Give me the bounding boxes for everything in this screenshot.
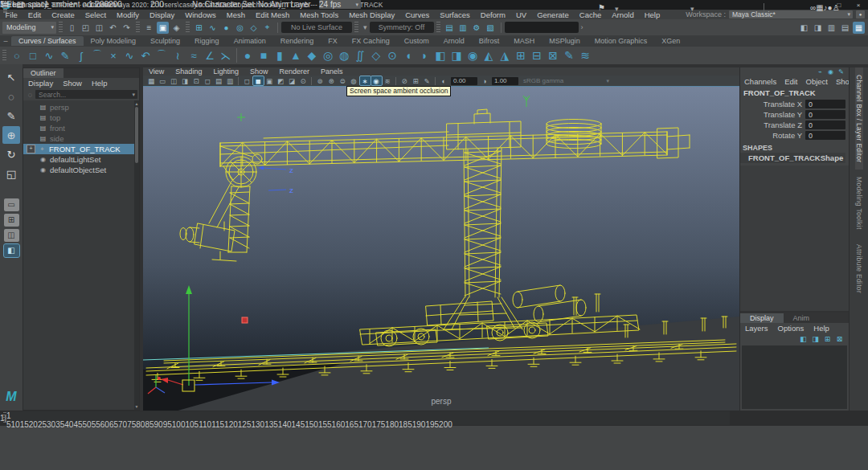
screen-space-ambient-occlusion-icon[interactable]: ◉	[371, 76, 382, 85]
stitch-icon[interactable]: ⊠	[546, 48, 561, 63]
menu-select[interactable]: Select	[80, 10, 111, 19]
trim-tool-icon[interactable]: ◮	[497, 48, 513, 63]
select-object-icon[interactable]: ▣	[157, 22, 169, 34]
move-tool-icon[interactable]: ⊕	[2, 126, 20, 144]
exposure-toggle-icon[interactable]: ◍	[349, 76, 359, 85]
sidebar-tab-attribute-editor[interactable]: Attribute Editor	[855, 237, 863, 300]
grip[interactable]	[186, 22, 190, 33]
channel-value-field[interactable]: 0	[805, 110, 845, 119]
paint-select-tool-icon[interactable]: ✎	[2, 107, 20, 125]
gate-mask-icon[interactable]: ▥	[225, 76, 235, 85]
menu-mesh-tools[interactable]: Mesh Tools	[295, 10, 344, 19]
surface-fillet-icon[interactable]: ⊟	[530, 48, 545, 63]
outliner-item-top[interactable]: ▤top	[23, 112, 139, 123]
panel-menu-lighting[interactable]: Lighting	[207, 67, 244, 76]
snap-curve-icon[interactable]: ∿	[207, 22, 219, 34]
redo-icon[interactable]: ↷	[121, 22, 133, 34]
outliner-item-front[interactable]: ▤front	[23, 123, 139, 133]
modeling-toolkit-toggle-icon[interactable]: ▤	[839, 22, 851, 34]
menu-mesh[interactable]: Mesh	[221, 10, 250, 19]
default-material-icon[interactable]: ⊙	[298, 76, 309, 85]
shelf-tab-fx-caching[interactable]: FX Caching	[345, 36, 397, 46]
shelf-collapse-icon[interactable]: –	[0, 37, 11, 45]
shelf-tab-bifrost[interactable]: Bifrost	[472, 36, 507, 46]
symmetry-field[interactable]: Symmetry: Off	[370, 22, 434, 33]
panel-menu-show[interactable]: Show	[244, 67, 274, 76]
shelf-tab-poly-modeling[interactable]: Poly Modeling	[84, 36, 144, 46]
menu-modify[interactable]: Modify	[112, 10, 145, 19]
shelf-tab-xgen[interactable]: XGen	[654, 36, 687, 46]
outliner-item-front-of-track[interactable]: +⌖FRONT_OF_TRACK	[23, 144, 139, 154]
revolve-icon[interactable]: ◍	[337, 48, 352, 63]
shadows-icon[interactable]: ◪	[287, 76, 297, 85]
sidebar-tab-modeling-toolkit[interactable]: Modeling Toolkit	[855, 170, 863, 237]
panel-menu-panels[interactable]: Panels	[315, 67, 349, 76]
nurbs-cube-icon[interactable]: ■	[256, 48, 272, 63]
outliner-filter-icon[interactable]: ◌	[25, 91, 35, 99]
lasso-tool-icon[interactable]: ◌	[2, 88, 20, 105]
channel-label[interactable]: Translate Z	[740, 121, 805, 129]
cut-curve-icon[interactable]: ∠	[203, 48, 218, 63]
symmetry-dropdown-arrow[interactable]: ▾	[363, 23, 367, 31]
outliner-item-persp[interactable]: ▤persp	[23, 102, 139, 112]
nurbs-plane-icon[interactable]: ◆	[305, 48, 320, 63]
outliner-menu-show[interactable]: Show	[58, 79, 87, 88]
exposure-icon-icon[interactable]: ◐	[439, 76, 449, 85]
channel-label[interactable]: Rotate Y	[740, 131, 805, 140]
isolate-select-icon[interactable]: ⊚	[315, 76, 326, 85]
grip[interactable]	[59, 22, 63, 33]
live-surface-field[interactable]: No Live Surface	[281, 22, 352, 33]
extrude-icon[interactable]: ⊙	[385, 48, 400, 63]
layer-menu-options[interactable]: Options	[773, 324, 809, 333]
speed-state-icon[interactable]: ◉	[826, 68, 835, 76]
channel-label[interactable]: Translate Y	[740, 110, 805, 119]
channel-value-field[interactable]: 0	[805, 131, 845, 140]
use-all-lights-icon[interactable]: ◩	[276, 76, 286, 85]
ep-curve-tool-icon[interactable]: ʃ	[74, 48, 89, 63]
cv-curve-tool-icon[interactable]: ∿	[42, 48, 57, 63]
image-plane-icon[interactable]: ⊡	[191, 76, 202, 85]
grip[interactable]	[2, 50, 6, 61]
film-gate-icon[interactable]: ◻	[203, 76, 213, 85]
menu-arnold[interactable]: Arnold	[607, 10, 639, 19]
outliner-menu-help[interactable]: Help	[87, 79, 113, 88]
new-scene-icon[interactable]: ▯	[66, 22, 78, 34]
xray-joints-icon[interactable]: ⊜	[338, 76, 348, 85]
attribute-editor-toggle-icon[interactable]: ◧	[798, 22, 810, 34]
shelf-tab-rendering[interactable]: Rendering	[273, 36, 321, 46]
paint-effects-icon[interactable]: ≋	[578, 48, 593, 63]
select-component-icon[interactable]: ◈	[170, 22, 182, 34]
current-time-marker[interactable]: 1	[6, 411, 730, 420]
select-camera-icon[interactable]: ▦	[146, 76, 157, 85]
open-scene-icon[interactable]: ◰	[80, 22, 92, 34]
outliner-menu-display[interactable]: Display	[23, 79, 58, 88]
single-pane-layout-button[interactable]: ▭	[4, 198, 19, 211]
outliner-item-side[interactable]: ▤side	[23, 133, 139, 144]
menu-windows[interactable]: Windows	[180, 10, 222, 19]
channel-box-object-name[interactable]: FRONT_OF_TRACK	[740, 87, 849, 99]
shelf-tab-arnold[interactable]: Arnold	[436, 36, 472, 46]
shelf-tab-custom[interactable]: Custom	[397, 36, 436, 46]
nurbs-circle-icon[interactable]: ○	[10, 48, 25, 63]
motion-blur-icon[interactable]: ≋	[383, 76, 393, 85]
rotate-tool-icon[interactable]: ↻	[2, 145, 20, 163]
layer-menu-layers[interactable]: Layers	[740, 324, 773, 333]
intersect-surfaces-icon[interactable]: ◭	[481, 48, 497, 63]
outliner-item-defaultobjectset[interactable]: ◉defaultObjectSet	[23, 165, 139, 175]
viewport-canvas[interactable]: Z Z persp	[143, 86, 739, 411]
outliner-item-defaultlightset[interactable]: ◉defaultLightSet	[23, 154, 139, 165]
channel-menu-channels[interactable]: Channels	[740, 77, 780, 86]
planar-icon[interactable]: ◇	[369, 48, 384, 63]
outliner-tab[interactable]: Outliner	[23, 68, 63, 78]
layer-list[interactable]	[742, 345, 847, 409]
ipr-render-icon[interactable]: ▥	[457, 22, 469, 34]
channel-value-field[interactable]: 0	[805, 100, 845, 108]
outliner-list[interactable]: ▤persp▤top▤front▤side+⌖FRONT_OF_TRACK◉de…	[23, 100, 139, 410]
display-render-settings-icon[interactable]: ▧	[485, 22, 497, 34]
channel-value-field[interactable]: 0	[805, 121, 845, 129]
outliner-search-input[interactable]: Search...	[35, 90, 137, 99]
exposure-field[interactable]: 0.00	[451, 77, 477, 85]
textured-mode-icon[interactable]: ▣	[264, 76, 275, 85]
menu-surfaces[interactable]: Surfaces	[435, 10, 476, 19]
shape-node-name[interactable]: FRONT_OF_TRACKShape	[740, 153, 845, 163]
